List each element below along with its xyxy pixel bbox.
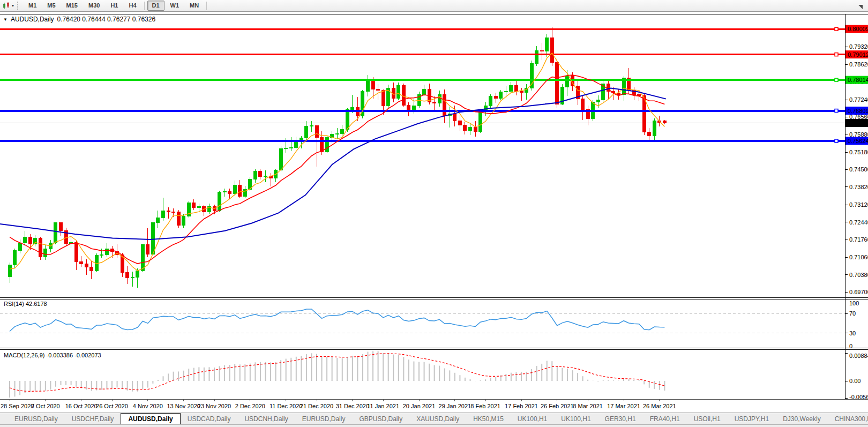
candle-body: [197, 207, 200, 207]
date-tick-label: 13 Nov 2020: [167, 403, 200, 409]
toolbar-drag-handle[interactable]: [17, 2, 20, 10]
timeframe-w1-button[interactable]: W1: [166, 1, 184, 11]
tab-xauusd-daily[interactable]: XAUUSD,Daily: [409, 413, 466, 424]
timeframe-m30-button[interactable]: M30: [84, 1, 104, 11]
chart-type-icon[interactable]: [2, 2, 11, 10]
candle-body: [8, 265, 11, 277]
price-tick-label: 0.69700: [849, 289, 868, 295]
candle-body: [550, 38, 553, 62]
toolbar-separator: [144, 2, 145, 10]
candle-body: [566, 76, 569, 87]
tab-audusd-daily[interactable]: AUDUSD,Daily: [121, 413, 180, 424]
candle-body: [377, 89, 380, 91]
candle-body: [167, 211, 170, 212]
candle-body: [423, 89, 426, 95]
tab-uk100-h1[interactable]: UK100,H1: [554, 413, 597, 424]
price-level-badge-label: 0.75624: [848, 138, 868, 144]
tab-dj30-weekly[interactable]: DJ30,Weekly: [776, 413, 827, 424]
price-level-handle[interactable]: [835, 139, 838, 143]
date-tick-label: 26 Oct 2020: [96, 403, 128, 409]
candle-body: [469, 127, 472, 130]
candle-body: [218, 192, 221, 211]
candle-body: [479, 111, 482, 131]
candle-body: [136, 271, 139, 277]
tab-usdcad-daily[interactable]: USDCAD,Daily: [181, 413, 238, 424]
tab-eurusd-daily[interactable]: EURUSD,Daily: [8, 413, 65, 424]
chart-type-dropdown-icon[interactable]: ▾: [12, 3, 14, 8]
symbol-dropdown-icon[interactable]: ▼: [3, 17, 8, 22]
tab-usdjpy-h1[interactable]: USDJPY,H1: [728, 413, 776, 424]
tab-usoil-h1[interactable]: USOil,H1: [687, 413, 728, 424]
price-tick-label: 0.72440: [849, 219, 868, 226]
candle-body: [295, 141, 298, 147]
price-level-handle[interactable]: [835, 78, 838, 81]
tab-ger30-h1[interactable]: GER30,H1: [598, 413, 643, 424]
candle-body: [402, 85, 405, 105]
timeframe-mn-button[interactable]: MN: [185, 1, 204, 11]
status-bar: [0, 424, 868, 427]
rsi-indicator-label: RSI(14) 42.6178: [4, 301, 47, 307]
candle-body: [381, 91, 385, 106]
timeframe-h4-button[interactable]: H4: [124, 1, 141, 11]
macd-indicator-label: MACD(12,26,9) -0.003386 -0.002073: [4, 352, 101, 358]
candle-body: [28, 237, 32, 244]
candle-body: [596, 100, 600, 102]
macd-scale-label: -0.005651: [849, 394, 868, 400]
candle-body: [545, 38, 549, 51]
tab-china300-h1[interactable]: CHINA300,H1: [828, 413, 868, 424]
candle-body: [85, 264, 88, 267]
tab-usdcnh-daily[interactable]: USDCNH,Daily: [237, 413, 295, 424]
candle-body: [141, 245, 144, 271]
candle-body: [325, 137, 328, 152]
candle-body: [192, 203, 196, 207]
candle-body: [59, 223, 63, 231]
tab-hk50-m15[interactable]: HK50,M15: [466, 413, 511, 424]
tab-gbpusd-daily[interactable]: GBPUSD,Daily: [352, 413, 409, 424]
date-tick-label: 28 Sep 2020: [1, 403, 34, 409]
price-level-badge-label: 0.79012: [848, 51, 868, 58]
candle-body: [463, 125, 467, 130]
tab-eurusd-daily[interactable]: EURUSD,Daily: [295, 413, 353, 424]
candle-body: [146, 245, 149, 254]
timeframe-h1-button[interactable]: H1: [106, 1, 123, 11]
candle-body: [264, 176, 267, 176]
tab-uk100-h1[interactable]: UK100,H1: [511, 413, 554, 424]
timeframe-m1-button[interactable]: M1: [24, 1, 41, 11]
timeframe-d1-button[interactable]: D1: [147, 1, 164, 11]
candle-body: [540, 50, 543, 51]
price-level-handle[interactable]: [835, 109, 838, 113]
candle-body: [458, 121, 461, 125]
candle-body: [44, 249, 47, 257]
candle-body: [238, 185, 242, 197]
price-tick-label: 0.74500: [849, 166, 868, 173]
candle-body: [305, 126, 308, 138]
price-level-handle[interactable]: [835, 53, 838, 56]
candle-body: [74, 243, 78, 262]
candle-body: [438, 95, 441, 103]
timeframe-m5-button[interactable]: M5: [42, 1, 60, 11]
tab-usdchf-daily[interactable]: USDCHF,Daily: [65, 413, 121, 424]
candle-body: [335, 134, 339, 134]
date-tick-label: 2 Dec 2020: [235, 403, 265, 409]
date-tick-label: 29 Jan 2021: [439, 403, 472, 409]
candle-body: [13, 250, 17, 265]
price-level-badge-label: 0.80009: [848, 26, 868, 32]
chart-background: [0, 12, 868, 413]
price-level-handle[interactable]: [835, 27, 838, 31]
chart-canvas[interactable]: 0.793200.786200.779400.772400.765600.758…: [0, 0, 868, 413]
date-tick-label: 26 Mar 2021: [643, 403, 676, 409]
tab-fra40-h1[interactable]: FRA40,H1: [643, 413, 687, 424]
chart-background-layer: [0, 12, 868, 413]
candle-body: [653, 121, 656, 136]
candle-body: [320, 137, 324, 152]
date-tick-label: 26 Feb 2021: [541, 403, 574, 409]
candle-body: [233, 185, 236, 194]
timeframe-m15-button[interactable]: M15: [62, 1, 83, 11]
candle-body: [151, 223, 154, 254]
candle-body: [315, 126, 318, 137]
date-tick-label: 21 Dec 2020: [300, 403, 333, 409]
candle-body: [131, 277, 134, 278]
corner-marker-icon[interactable]: [858, 5, 863, 9]
candle-body: [90, 267, 93, 271]
candle-body: [172, 212, 175, 213]
